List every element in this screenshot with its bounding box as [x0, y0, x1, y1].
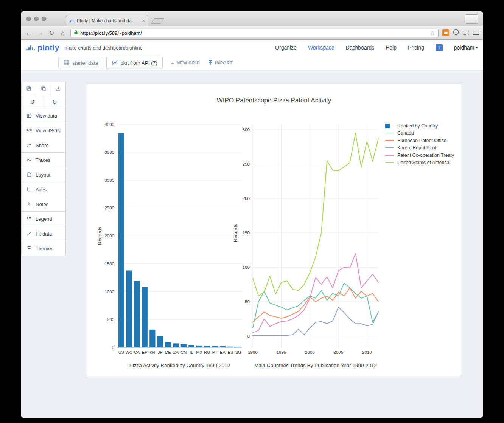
svg-text:4000: 4000 [104, 122, 114, 127]
tab-label: starter data [72, 60, 98, 66]
close-window-icon[interactable] [26, 17, 31, 21]
legend-swatch-line [385, 162, 394, 163]
sidebar-item-layout[interactable]: Layout [21, 167, 66, 182]
address-bar[interactable]: https://plot.ly/589/~poldham/ ☆ [70, 29, 439, 37]
svg-text:0: 0 [247, 334, 250, 338]
tab-plot-from-api[interactable]: plot from API (7) [106, 57, 163, 68]
sidebar-item-share[interactable]: Share [21, 138, 66, 153]
user-menu[interactable]: poldham ▾ [454, 45, 478, 51]
minimize-window-icon[interactable] [34, 17, 39, 21]
legend-item[interactable]: United States of America [385, 160, 454, 165]
nav-item-help[interactable]: Help [386, 45, 397, 51]
svg-text:2010: 2010 [362, 350, 372, 355]
legend-swatch-line [385, 147, 394, 149]
svg-text:DE: DE [165, 350, 171, 355]
back-icon[interactable]: ← [25, 30, 33, 36]
svg-text:US: US [118, 350, 124, 355]
sidebar-item-traces[interactable]: Traces [21, 152, 66, 167]
sidebar-item-label: Themes [36, 246, 53, 251]
tab-starter-data[interactable]: starter data [58, 57, 103, 68]
svg-text:2005: 2005 [334, 350, 344, 355]
svg-text:50: 50 [245, 299, 250, 304]
notification-badge[interactable]: 1 [436, 44, 443, 51]
main-nav: Organize Workspace Dashboards Help Prici… [275, 44, 478, 51]
svg-text:JP: JP [158, 350, 163, 355]
sidebar-item-themes[interactable]: Themes [21, 241, 66, 256]
plot-canvas[interactable]: 05001000150020002500300035004000USWOCAEP… [87, 84, 461, 377]
floppy-icon [26, 86, 32, 91]
sidebar-item-axes[interactable]: Axes [21, 182, 66, 197]
window-controls [26, 17, 46, 21]
browser-tab[interactable]: Plotly | Make charts and da × [66, 15, 148, 26]
sidebar-item-legend[interactable]: Legend [21, 211, 66, 226]
layout-icon [26, 172, 32, 177]
nav-item-pricing[interactable]: Pricing [408, 45, 424, 51]
redo-button[interactable]: ↻ [44, 95, 66, 108]
undo-button[interactable]: ↺ [21, 95, 44, 108]
nav-item-workspace[interactable]: Workspace [308, 45, 334, 51]
sidebar-item-label: Axes [36, 187, 47, 192]
svg-text:1995: 1995 [277, 350, 286, 355]
save-button[interactable] [21, 82, 36, 95]
legend-item[interactable]: Korea, Republic of [385, 146, 454, 150]
notes-icon: ✎ [26, 202, 32, 206]
new-grid-button[interactable]: + NEW GRID [171, 60, 200, 66]
legend-label: Ranked by Country [397, 123, 438, 129]
sidebar-item-label: Layout [36, 172, 50, 178]
svg-text:CN: CN [180, 350, 187, 355]
legend-item[interactable]: European Patent Office [385, 138, 454, 143]
sidebar-item-notes[interactable]: ✎Notes [21, 197, 66, 212]
svg-text:CA: CA [134, 350, 140, 355]
tagline: make charts and dashboards online [65, 45, 143, 51]
import-button[interactable]: IMPORT [208, 60, 232, 66]
svg-text:3500: 3500 [104, 150, 114, 155]
grid-tab-icon [64, 60, 70, 65]
legend-item[interactable]: Ranked by Country [385, 123, 454, 128]
line-chart-tab-icon [112, 60, 118, 65]
chat-bubble-icon[interactable] [463, 31, 469, 35]
maximize-window-icon[interactable] [42, 17, 46, 21]
svg-text:1990: 1990 [248, 350, 258, 355]
caret-down-icon: ▾ [476, 46, 478, 50]
svg-text:PT: PT [212, 350, 218, 355]
tab-label: plot from API (7) [120, 60, 157, 66]
legend-label: Patent Co-operation Treaty [397, 153, 454, 158]
lock-icon [74, 29, 78, 36]
forward-icon[interactable]: → [36, 30, 44, 36]
sidebar-item-label: View JSON [36, 128, 61, 133]
sidebar-item-view-data[interactable]: View data [21, 108, 66, 123]
sidebar-item-fit-data[interactable]: Fit data [21, 226, 66, 241]
svg-text:1000: 1000 [104, 290, 114, 294]
download-button[interactable] [51, 82, 66, 95]
sidebar-item-view-json[interactable]: </>View JSON [21, 123, 66, 138]
legend-label: Canada [397, 130, 414, 136]
import-label: IMPORT [215, 60, 232, 65]
plotly-logo-text[interactable]: plotly [37, 43, 59, 52]
edit-sidebar: ↺↻View data</>View JSONShareTracesLayout… [21, 82, 66, 256]
svg-text:ZA: ZA [173, 350, 179, 355]
themes-icon [26, 246, 32, 251]
info-circle-icon[interactable] [453, 29, 459, 37]
bookmark-star-icon[interactable]: ☆ [430, 30, 435, 36]
plotly-logo-icon[interactable] [26, 45, 35, 50]
new-tab-button[interactable] [151, 18, 164, 24]
copy-button[interactable] [36, 82, 51, 95]
svg-text:2500: 2500 [104, 206, 114, 210]
browser-profile-button[interactable] [465, 14, 478, 24]
nav-item-dashboards[interactable]: Dashboards [346, 45, 375, 51]
legend-item[interactable]: Patent Co-operation Treaty [385, 153, 454, 158]
tab-close-icon[interactable]: × [142, 18, 145, 23]
url-text: https://plot.ly/589/~poldham/ [80, 30, 428, 36]
figure-title: WIPO Patentscope Pizza Patent Activity [87, 97, 461, 104]
nav-item-organize[interactable]: Organize [275, 45, 297, 51]
sidebar-item-label: View data [36, 113, 57, 119]
browser-menu-icon[interactable] [473, 31, 479, 35]
home-icon[interactable]: ⌂ [59, 30, 67, 36]
workspace-tabstrip: starter data plot from API (7) + NEW GRI… [21, 56, 483, 70]
upload-icon [208, 60, 213, 66]
svg-text:200: 200 [243, 196, 250, 201]
reload-icon[interactable]: ↻ [48, 30, 55, 36]
svg-text:100: 100 [243, 265, 250, 270]
extension-icon-orange[interactable] [442, 29, 449, 36]
legend-item[interactable]: Canada [385, 131, 454, 136]
